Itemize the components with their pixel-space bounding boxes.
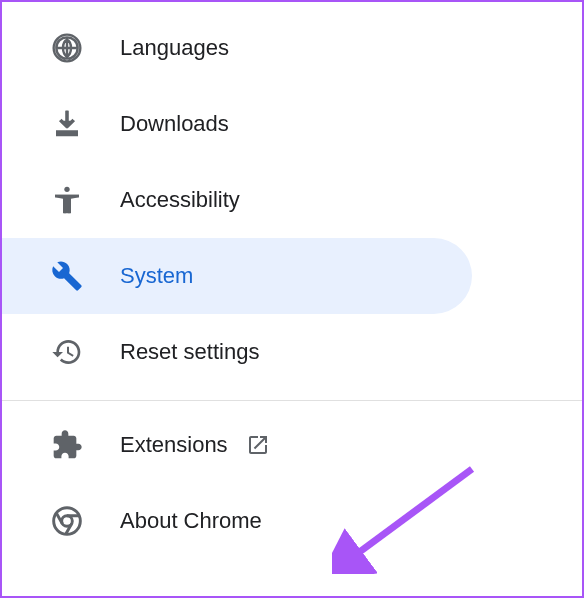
external-link-icon bbox=[246, 433, 270, 457]
nav-item-label: Accessibility bbox=[120, 187, 240, 213]
nav-list: Languages Downloads Accessibility System bbox=[2, 10, 582, 390]
wrench-icon bbox=[50, 259, 84, 293]
nav-item-languages[interactable]: Languages bbox=[2, 10, 472, 86]
divider bbox=[2, 400, 582, 401]
nav-item-system[interactable]: System bbox=[2, 238, 472, 314]
accessibility-icon bbox=[50, 183, 84, 217]
chrome-icon bbox=[50, 504, 84, 538]
svg-point-0 bbox=[64, 187, 69, 192]
nav-item-accessibility[interactable]: Accessibility bbox=[2, 162, 472, 238]
nav-item-label: Reset settings bbox=[120, 339, 259, 365]
nav-item-extensions[interactable]: Extensions bbox=[2, 407, 472, 483]
nav-item-reset-settings[interactable]: Reset settings bbox=[2, 314, 472, 390]
nav-item-about-chrome[interactable]: About Chrome bbox=[2, 483, 472, 559]
footer-list: Extensions About Chrome bbox=[2, 407, 582, 559]
history-icon bbox=[50, 335, 84, 369]
nav-item-downloads[interactable]: Downloads bbox=[2, 86, 472, 162]
globe-icon bbox=[50, 31, 84, 65]
download-icon bbox=[50, 107, 84, 141]
nav-item-label: About Chrome bbox=[120, 508, 262, 534]
nav-item-label: Downloads bbox=[120, 111, 229, 137]
nav-item-label: System bbox=[120, 263, 193, 289]
puzzle-icon bbox=[50, 428, 84, 462]
nav-item-label: Languages bbox=[120, 35, 229, 61]
settings-sidebar: Languages Downloads Accessibility System bbox=[0, 0, 584, 598]
nav-item-label: Extensions bbox=[120, 432, 228, 458]
